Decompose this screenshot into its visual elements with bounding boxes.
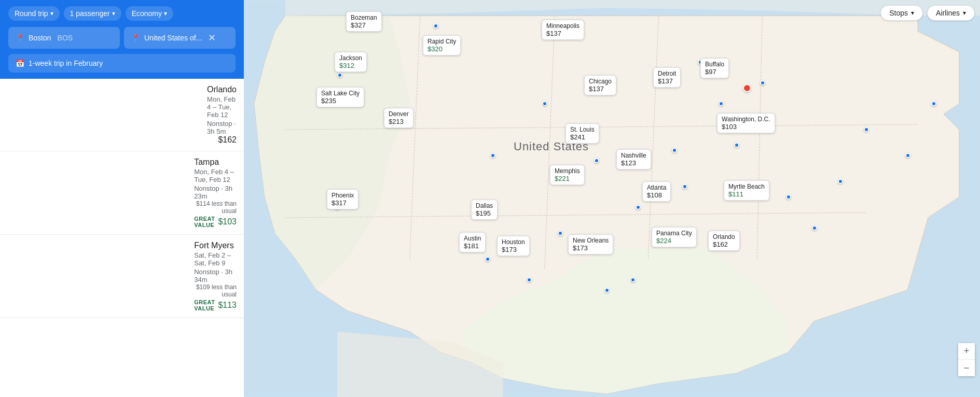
left-panel: Round trip ▾ 1 passenger ▾ Economy ▾ 📍 B… [0,0,244,397]
map-dot [905,153,910,158]
price-pin-saltlakecity[interactable]: Salt Lake City $235 [316,87,364,107]
chevron-down-icon: ▾ [911,9,914,17]
cabin-label: Economy [132,9,162,18]
stops-label: Stops [889,9,908,17]
map-dot [485,257,490,262]
search-row: 📍 Boston BOS 📍 United States of... ✕ [8,27,236,49]
price-pin-chicago[interactable]: Chicago $137 [584,75,616,95]
price-pin-atlanta[interactable]: Atlanta $108 [642,181,671,202]
price-pin-washingtondc[interactable]: Washington, D.C. $103 [717,113,775,133]
map-dot [682,184,687,189]
header-bar: Round trip ▾ 1 passenger ▾ Economy ▾ 📍 B… [0,0,244,79]
origin-field[interactable]: 📍 Boston BOS [8,27,120,49]
price-pin-myrtlebeach[interactable]: Myrtle Beach $111 [724,180,769,201]
price-pin-dallas[interactable]: Dallas $195 [471,200,498,220]
map-dot [812,225,817,231]
map-dot [433,23,438,29]
tampa-stops: Nonstop · 3h 23m [194,185,237,200]
map-dot [604,288,610,293]
price-pin-stlouis[interactable]: St. Louis $241 [565,123,599,144]
orlando-city: Orlando [207,85,237,94]
price-pin-orlando-map[interactable]: Orlando $162 [708,231,740,251]
stops-filter-button[interactable]: Stops ▾ [880,5,923,21]
tampa-price: $103 [218,217,237,226]
great-value-badge: GREAT VALUE [194,216,215,228]
chevron-down-icon: ▾ [164,10,167,17]
trip-type-label: Round trip [15,9,48,18]
map-filter-controls: Stops ▾ Airlines ▾ [880,5,975,21]
fortmyers-price: $113 [218,301,237,310]
map-dot [719,101,724,106]
calendar-icon: 📅 [16,59,24,67]
map-dot [630,277,636,282]
great-value-badge: GREAT VALUE [194,299,215,311]
map-dot [838,179,843,184]
tampa-info: Tampa Mon, Feb 4 – Tue, Feb 12 Nonstop ·… [187,151,244,234]
orlando-price: $162 [218,135,237,145]
zoom-in-button[interactable]: + [958,343,975,360]
price-pin-nashville[interactable]: Nashville $123 [616,149,651,169]
orlando-stops: Nonstop · 3h 5m [207,120,237,135]
tampa-savings: $114 less than usual [194,200,237,215]
price-pin-phoenix[interactable]: Phoenix $317 [327,189,358,209]
orlando-dates: Mon, Feb 4 – Tue, Feb 12 [207,95,237,119]
location-icon: 📍 [16,34,24,42]
price-pin-memphis[interactable]: Memphis $221 [550,165,585,185]
fortmyers-stops: Nonstop · 3h 34m [194,268,237,283]
price-pin-panamacity[interactable]: Panama City $224 [652,227,697,247]
destination-label: United States of... [144,34,202,42]
map-dot [864,127,869,132]
map-dot [931,101,936,106]
clear-destination-button[interactable]: ✕ [206,32,218,44]
price-pin-bozeman[interactable]: Bozeman $327 [346,11,382,32]
price-pin-austin[interactable]: Austin $181 [459,232,486,252]
map-dot [760,80,765,86]
tampa-dates: Mon, Feb 4 – Tue, Feb 12 [194,168,237,183]
cabin-button[interactable]: Economy ▾ [126,6,173,21]
price-pin-buffalo[interactable]: Buffalo $97 [700,58,729,78]
orlando-info: Orlando Mon, Feb 4 – Tue, Feb 12 Nonstop… [200,79,244,151]
destination-field[interactable]: 📍 United States of... ✕ [124,27,236,49]
result-tampa[interactable]: Tampa Mon, Feb 4 – Tue, Feb 12 Nonstop ·… [0,151,244,235]
result-orlando[interactable]: Orlando Mon, Feb 4 – Tue, Feb 12 Nonstop… [0,79,244,151]
round-trip-button[interactable]: Round trip ▾ [8,6,60,21]
map-dot [337,73,342,78]
map-dot [490,153,495,158]
origin-city: Boston [29,34,51,42]
results-list: Orlando Mon, Feb 4 – Tue, Feb 12 Nonstop… [0,79,244,397]
date-range-label: 1-week trip in February [29,59,103,67]
zoom-controls: + − [958,343,975,376]
price-pin-detroit[interactable]: Detroit $137 [653,67,681,88]
map-dot [672,148,677,153]
fortmyers-city: Fort Myers [194,241,237,250]
price-pin-minneapolis[interactable]: Minneapolis $137 [542,20,584,40]
price-pin-houston[interactable]: Houston $173 [497,236,530,256]
chevron-down-icon: ▾ [50,10,53,17]
map-dot [594,158,599,163]
map-dot [734,143,739,148]
price-pin-denver[interactable]: Denver $213 [384,108,413,128]
price-pin-rapidcity[interactable]: Rapid City $320 [423,35,461,55]
zoom-out-button[interactable]: − [958,360,975,376]
chevron-down-icon: ▾ [112,10,115,17]
origin-code: BOS [58,34,73,42]
fortmyers-savings: $109 less than usual [194,283,237,298]
map-dot [558,231,563,236]
map-area[interactable]: United States Bozeman $327 Jackson $312 … [244,0,980,397]
chevron-down-icon: ▾ [963,9,966,17]
result-fortmyers[interactable]: Fort Myers Sat, Feb 2 – Sat, Feb 9 Nonst… [0,235,244,318]
price-pin-jackson[interactable]: Jackson $312 [335,52,367,72]
date-row[interactable]: 📅 1-week trip in February [8,54,236,73]
price-pin-neworleans[interactable]: New Orleans $173 [568,234,613,254]
airlines-filter-button[interactable]: Airlines ▾ [927,5,975,21]
airlines-label: Airlines [936,9,960,17]
trip-controls: Round trip ▾ 1 passenger ▾ Economy ▾ [8,6,236,21]
fortmyers-dates: Sat, Feb 2 – Sat, Feb 9 [194,251,237,267]
map-dot [527,277,532,282]
fortmyers-info: Fort Myers Sat, Feb 2 – Sat, Feb 9 Nonst… [187,235,244,318]
map-dot [786,194,791,200]
passengers-button[interactable]: 1 passenger ▾ [64,6,121,21]
passengers-label: 1 passenger [70,9,110,18]
map-dot [542,101,547,106]
boston-origin-pin [743,84,751,92]
